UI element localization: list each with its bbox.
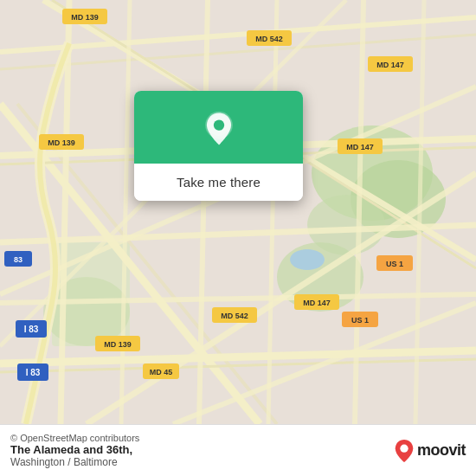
svg-text:MD 139: MD 139	[71, 13, 99, 22]
svg-text:MD 147: MD 147	[303, 299, 331, 307]
map-container: MD 139 MD 139 MD 139 MD 542 MD 542 MD 14…	[0, 0, 476, 424]
bottom-bar: © OpenStreetMap contributors The Alameda…	[0, 424, 476, 476]
svg-point-60	[213, 119, 223, 130]
osm-attribution: © OpenStreetMap contributors	[10, 433, 139, 443]
svg-point-61	[400, 444, 408, 452]
location-pin-icon	[200, 110, 238, 148]
svg-text:MD 147: MD 147	[376, 61, 404, 69]
moovit-pin-icon	[394, 439, 415, 463]
moovit-text: moovit	[417, 441, 466, 460]
moovit-logo: moovit	[394, 439, 466, 463]
svg-text:MD 542: MD 542	[255, 35, 283, 43]
popup-header	[134, 91, 303, 164]
svg-text:US 1: US 1	[351, 316, 369, 325]
svg-text:MD 147: MD 147	[346, 143, 374, 151]
svg-text:I 83: I 83	[24, 325, 39, 334]
svg-text:I 83: I 83	[26, 368, 41, 377]
svg-text:MD 45: MD 45	[150, 368, 173, 376]
svg-text:MD 139: MD 139	[48, 138, 75, 147]
location-subtitle: Washington / Baltimore	[10, 456, 139, 468]
take-me-there-button[interactable]: Take me there	[134, 164, 303, 201]
svg-point-7	[290, 249, 325, 270]
svg-text:MD 542: MD 542	[221, 312, 248, 320]
location-title: The Alameda and 36th,	[10, 443, 139, 456]
svg-text:83: 83	[14, 255, 23, 264]
svg-text:US 1: US 1	[386, 260, 403, 268]
map-background: MD 139 MD 139 MD 139 MD 542 MD 542 MD 14…	[0, 0, 476, 424]
svg-text:MD 139: MD 139	[104, 340, 132, 349]
location-popup: Take me there	[134, 91, 303, 201]
location-info: © OpenStreetMap contributors The Alameda…	[10, 433, 139, 468]
